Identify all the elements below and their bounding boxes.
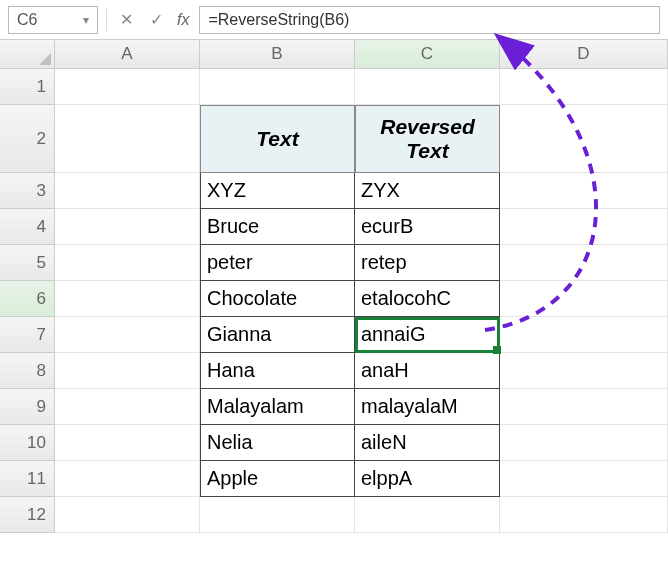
row-header[interactable]: 10 bbox=[0, 425, 55, 461]
row-5: 5 peter retep bbox=[0, 245, 668, 281]
cell-A5[interactable] bbox=[55, 245, 200, 281]
formula-text: =ReverseString(B6) bbox=[208, 11, 349, 29]
cell-A4[interactable] bbox=[55, 209, 200, 245]
row-2: 2 Text Reversed Text bbox=[0, 105, 668, 173]
cell-B8[interactable]: Hana bbox=[200, 353, 355, 389]
cell-C6[interactable]: etalocohC bbox=[355, 281, 500, 317]
table-header-reversed[interactable]: Reversed Text bbox=[355, 105, 500, 173]
formula-bar: C6 ▾ ✕ ✓ fx =ReverseString(B6) bbox=[0, 0, 668, 40]
cell-C1[interactable] bbox=[355, 69, 500, 105]
row-8: 8 Hana anaH bbox=[0, 353, 668, 389]
cell-A11[interactable] bbox=[55, 461, 200, 497]
cell-C12[interactable] bbox=[355, 497, 500, 533]
cell-D6[interactable] bbox=[500, 281, 668, 317]
cancel-icon[interactable]: ✕ bbox=[115, 10, 137, 29]
chevron-down-icon[interactable]: ▾ bbox=[83, 13, 89, 27]
row-header[interactable]: 8 bbox=[0, 353, 55, 389]
row-header[interactable]: 5 bbox=[0, 245, 55, 281]
cell-D8[interactable] bbox=[500, 353, 668, 389]
spreadsheet-grid: A B C D 1 2 Text Reversed Text 3 XYZ ZYX… bbox=[0, 40, 668, 533]
cell-A6[interactable] bbox=[55, 281, 200, 317]
cell-C4[interactable]: ecurB bbox=[355, 209, 500, 245]
cell-D2[interactable] bbox=[500, 105, 668, 173]
row-header[interactable]: 3 bbox=[0, 173, 55, 209]
cell-B11[interactable]: Apple bbox=[200, 461, 355, 497]
row-header[interactable]: 11 bbox=[0, 461, 55, 497]
column-headers: A B C D bbox=[0, 40, 668, 69]
cell-C9[interactable]: malayalaM bbox=[355, 389, 500, 425]
cell-A9[interactable] bbox=[55, 389, 200, 425]
cell-B12[interactable] bbox=[200, 497, 355, 533]
row-11: 11 Apple elppA bbox=[0, 461, 668, 497]
row-1: 1 bbox=[0, 69, 668, 105]
cell-D1[interactable] bbox=[500, 69, 668, 105]
cell-B10[interactable]: Nelia bbox=[200, 425, 355, 461]
cell-D9[interactable] bbox=[500, 389, 668, 425]
col-header-D[interactable]: D bbox=[500, 40, 668, 69]
formula-input[interactable]: =ReverseString(B6) bbox=[199, 6, 660, 34]
cell-C8[interactable]: anaH bbox=[355, 353, 500, 389]
table-header-text[interactable]: Text bbox=[200, 105, 355, 173]
row-4: 4 Bruce ecurB bbox=[0, 209, 668, 245]
row-3: 3 XYZ ZYX bbox=[0, 173, 668, 209]
cell-D3[interactable] bbox=[500, 173, 668, 209]
name-box-value: C6 bbox=[17, 11, 37, 29]
cell-C3[interactable]: ZYX bbox=[355, 173, 500, 209]
cell-C7[interactable]: annaiG bbox=[355, 317, 500, 353]
row-header[interactable]: 1 bbox=[0, 69, 55, 105]
cell-B7[interactable]: Gianna bbox=[200, 317, 355, 353]
cell-A1[interactable] bbox=[55, 69, 200, 105]
cell-B4[interactable]: Bruce bbox=[200, 209, 355, 245]
cell-D11[interactable] bbox=[500, 461, 668, 497]
col-header-A[interactable]: A bbox=[55, 40, 200, 69]
rows: 1 2 Text Reversed Text 3 XYZ ZYX 4 Bruce… bbox=[0, 69, 668, 533]
row-12: 12 bbox=[0, 497, 668, 533]
cell-A12[interactable] bbox=[55, 497, 200, 533]
col-header-C[interactable]: C bbox=[355, 40, 500, 69]
cell-C10[interactable]: aileN bbox=[355, 425, 500, 461]
cell-D4[interactable] bbox=[500, 209, 668, 245]
row-6: 6 Chocolate etalocohC bbox=[0, 281, 668, 317]
separator bbox=[106, 9, 107, 31]
row-10: 10 Nelia aileN bbox=[0, 425, 668, 461]
cell-B9[interactable]: Malayalam bbox=[200, 389, 355, 425]
cell-A3[interactable] bbox=[55, 173, 200, 209]
row-7: 7 Gianna annaiG bbox=[0, 317, 668, 353]
row-header[interactable]: 2 bbox=[0, 105, 55, 173]
name-box[interactable]: C6 ▾ bbox=[8, 6, 98, 34]
cell-C5[interactable]: retep bbox=[355, 245, 500, 281]
row-9: 9 Malayalam malayalaM bbox=[0, 389, 668, 425]
cell-A2[interactable] bbox=[55, 105, 200, 173]
cell-B3[interactable]: XYZ bbox=[200, 173, 355, 209]
row-header[interactable]: 9 bbox=[0, 389, 55, 425]
fx-icon[interactable]: fx bbox=[175, 11, 191, 29]
cell-B6[interactable]: Chocolate bbox=[200, 281, 355, 317]
cell-B5[interactable]: peter bbox=[200, 245, 355, 281]
cell-D12[interactable] bbox=[500, 497, 668, 533]
select-all-corner[interactable] bbox=[0, 40, 55, 69]
cell-D10[interactable] bbox=[500, 425, 668, 461]
row-header[interactable]: 4 bbox=[0, 209, 55, 245]
row-header[interactable]: 7 bbox=[0, 317, 55, 353]
cell-A7[interactable] bbox=[55, 317, 200, 353]
row-header[interactable]: 6 bbox=[0, 281, 55, 317]
confirm-icon[interactable]: ✓ bbox=[145, 10, 167, 29]
cell-D7[interactable] bbox=[500, 317, 668, 353]
cell-B1[interactable] bbox=[200, 69, 355, 105]
row-header[interactable]: 12 bbox=[0, 497, 55, 533]
cell-A8[interactable] bbox=[55, 353, 200, 389]
cell-D5[interactable] bbox=[500, 245, 668, 281]
col-header-B[interactable]: B bbox=[200, 40, 355, 69]
cell-A10[interactable] bbox=[55, 425, 200, 461]
cell-C11[interactable]: elppA bbox=[355, 461, 500, 497]
